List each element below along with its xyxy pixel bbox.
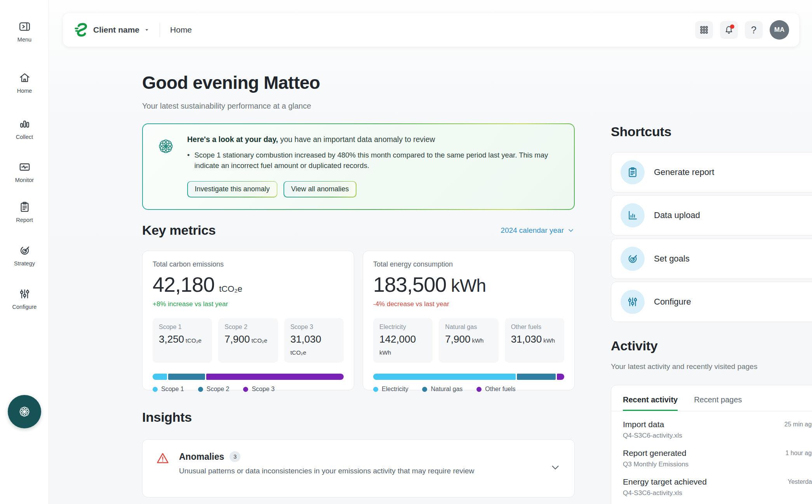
brief-actions: Investigate this anomaly View all anomal… [187,181,548,197]
activity-list: Import dataQ4-S3C6-activity.xls 25 min a… [623,420,812,504]
warning-wrap [156,451,170,467]
sidebar-item-strategy[interactable]: Strategy [0,244,49,267]
metric-value: 183,500 [373,272,446,296]
key-metrics-heading: Key metrics [142,223,216,238]
metric-value: 42,180 [153,272,214,296]
sidebar-item-label: Report [16,217,33,223]
tab-recent-pages[interactable]: Recent pages [694,395,742,411]
brief-title-emphasis: Here's a look at your day, [187,135,278,144]
metric-cards-row: Total carbon emissions 42,180 tCO₂e +8% … [142,251,575,390]
insights-heading: Insights [142,410,192,425]
legend-dot [373,387,378,392]
main-area: Client name Home [49,0,812,504]
breakdown-tile-other-fuels: Other fuels 31,030kWh [505,318,564,363]
app-root: Menu Home Collect Monitor [0,0,812,504]
key-metrics-header: Key metrics 2024 calendar year [142,223,575,238]
home-icon [18,71,31,84]
period-selector-value: 2024 calendar year [501,226,564,235]
activity-heading: Activity [611,338,657,353]
emissions-legend: Scope 1 Scope 2 Scope 3 [153,386,344,393]
target-arrow-icon [18,244,31,257]
chevron-down-icon [549,462,561,473]
apps-grid-icon [699,25,709,35]
anomalies-description: Unusual patterns or data inconsistencies… [179,467,474,475]
shortcut-set-goals[interactable]: Set goals [611,239,812,279]
icon-circle [621,290,645,314]
metric-unit: tCO₂e [219,284,242,294]
anomalies-card: Anomalies 3 Unusual patterns or data inc… [142,439,575,497]
legend-dot [198,387,203,392]
apps-grid-button[interactable] [695,21,713,39]
sidebar-item-collect[interactable]: Collect [0,118,49,140]
sidebar-menu-toggle[interactable]: Menu [0,20,49,43]
breadcrumb-current-page[interactable]: Home [170,25,192,35]
metric-unit: kWh [451,275,486,296]
activity-tabs: Recent activity Recent pages [623,395,812,411]
shortcut-data-upload[interactable]: Data upload [611,195,812,236]
view-all-anomalies-button[interactable]: View all anomalies [283,181,356,197]
shortcut-label: Set goals [654,254,690,264]
tab-recent-activity[interactable]: Recent activity [623,395,678,411]
sidebar-item-home[interactable]: Home [0,71,49,94]
sidebar-toggle-icon [18,20,31,33]
sidebar-item-label: Monitor [15,177,34,183]
breakdown-tile-electricity: Electricity 142,000 kWh [373,318,433,363]
bar-segment-scope3 [206,374,344,380]
sidebar-item-label: Strategy [14,260,35,267]
metric-label: Total energy consumption [373,260,564,268]
sidebar-item-report[interactable]: Report [0,201,49,223]
sidebar-item-label: Home [17,88,32,94]
icon-circle [621,160,645,184]
bullet-glyph: • [187,150,190,171]
target-arrow-icon [626,253,639,265]
activity-subtitle: Your latest activity and recently visite… [611,362,757,371]
topbar: Client name Home [63,13,799,47]
legend-dot [422,387,427,392]
breakdown-tile-scope3: Scope 3 31,030 tCO₂e [284,318,344,363]
carbon-emissions-card: Total carbon emissions 42,180 tCO₂e +8% … [142,251,354,390]
shortcut-label: Data upload [654,210,700,220]
page-title: Good evening Matteo [142,72,320,93]
sidebar-item-monitor[interactable]: Monitor [0,161,49,183]
bar-segment-natural-gas [517,374,556,380]
activity-item[interactable]: Report generatedQ3 Monthly Emissions 1 h… [623,449,812,468]
anomalies-expand-button[interactable] [549,462,561,475]
period-selector[interactable]: 2024 calendar year [501,226,575,235]
flower-icon [16,404,33,420]
anomalies-title: Anomalies [179,452,224,462]
topbar-actions: ? MA [695,20,789,40]
flower-icon [155,135,177,158]
sidebar-item-configure[interactable]: Configure [0,288,49,310]
warning-triangle-icon [156,451,170,465]
shortcut-generate-report[interactable]: Generate report [611,152,812,192]
sliders-icon [18,288,31,300]
breakdown-tile-scope1: Scope 1 3,250tCO₂e [153,318,212,363]
notification-dot [730,24,734,29]
topbar-divider [160,23,160,37]
clipboard-icon [18,201,31,213]
sliders-icon [626,296,639,308]
daily-brief-callout: Here's a look at your day, you have an i… [142,123,575,210]
breakdown-tile-scope2: Scope 2 7,900tCO₂e [218,318,278,363]
bar-segment-scope2 [168,374,205,380]
avatar[interactable]: MA [770,20,789,40]
metric-label: Total carbon emissions [153,260,344,268]
ai-assistant-button[interactable] [8,395,41,428]
page-subtitle: Your latest sustainability performance a… [142,102,311,111]
shortcuts-heading: Shortcuts [611,124,671,139]
activity-item[interactable]: Import dataQ4-S3C6-activity.xls 25 min a… [623,420,812,440]
chevron-down-icon [567,227,575,234]
activity-item[interactable]: Energy target achievedQ4-S3C6-activity.x… [623,477,812,497]
breakdown-tiles: Scope 1 3,250tCO₂e Scope 2 7,900tCO₂e Sc… [153,318,344,363]
metric-delta: -4% decrease vs last year [373,300,564,308]
brief-title-rest: you have an important data anomaly to re… [278,135,435,144]
shortcut-configure[interactable]: Configure [611,282,812,322]
sidebar-item-label: Collect [16,134,33,140]
help-button[interactable]: ? [745,21,763,39]
bar-segment-other-fuels [557,374,564,380]
investigate-anomaly-button[interactable]: Investigate this anomaly [187,181,277,197]
client-switcher[interactable]: Client name [90,25,150,35]
notifications-button[interactable] [720,21,738,39]
legend-dot [243,387,248,392]
help-icon: ? [751,24,756,36]
